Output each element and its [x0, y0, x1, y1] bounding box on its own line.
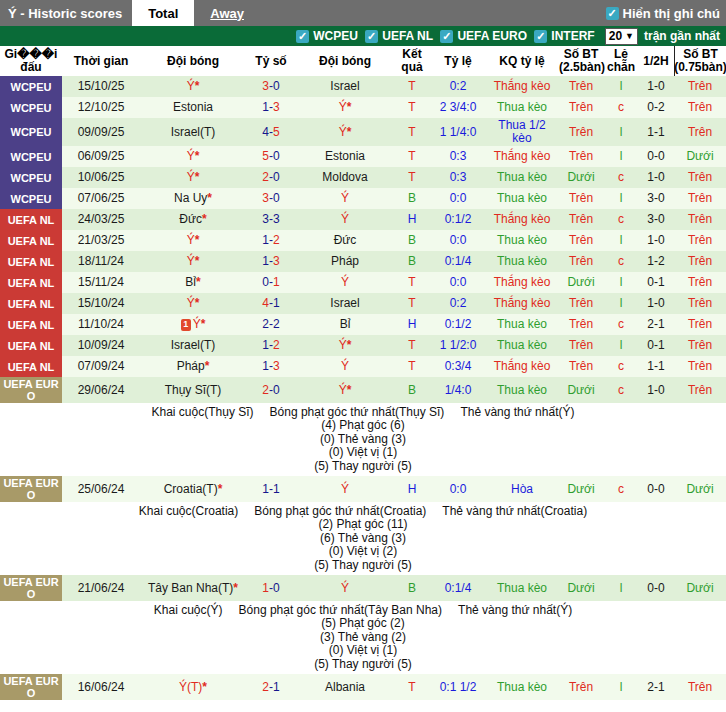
league-badge: UEFA NL	[0, 293, 62, 314]
team-name: Pháp	[296, 254, 394, 269]
team-name: Israel	[296, 79, 394, 94]
show-notes-checkbox[interactable]: ✓	[606, 7, 619, 20]
result-letter: B	[394, 254, 430, 269]
match-date: 24/03/25	[62, 212, 140, 227]
note-stat-line: (6) Thẻ vàng (3)	[0, 532, 726, 546]
table-row[interactable]: UEFA EURO25/06/24Croatia(T)*1-1ÝH0:0HòaD…	[0, 476, 726, 502]
team-name: Ý*	[140, 296, 246, 311]
handicap-result: Thua kèo	[486, 680, 558, 695]
handicap-rate: 0:3	[430, 149, 486, 164]
table-row[interactable]: WCPEU07/06/25Na Uy*3-0ÝB0:0Thua kèoTrênl…	[0, 188, 726, 209]
halftime-score: 1-0	[638, 233, 674, 248]
goals-over-under-075: Dưới	[674, 482, 726, 497]
table-row[interactable]: WCPEU12/10/25Estonia1-3Ý*T2 3/4:0Thua kè…	[0, 97, 726, 118]
score: 1-0	[246, 581, 296, 596]
team-name: Ý	[296, 212, 394, 227]
match-count-select[interactable]: 20 ▼	[605, 28, 638, 45]
checkbox-icon[interactable]: ✓	[440, 30, 453, 43]
match-date: 06/09/25	[62, 149, 140, 164]
note-stat-line: (3) Thẻ vàng (2)	[0, 631, 726, 645]
score: 2-0	[246, 170, 296, 185]
table-row[interactable]: WCPEU10/06/25Ý*2-0MoldovaT0:3Thua kèoDướ…	[0, 167, 726, 188]
match-date: 11/10/24	[62, 317, 140, 332]
match-date: 15/10/25	[62, 79, 140, 94]
goals-over-under-075: Trên	[674, 170, 726, 185]
match-note: Khai cuộc(Ý)Bóng phạt góc thứ nhất(Tây B…	[0, 601, 726, 674]
goals-over-under-25: Trên	[558, 79, 604, 94]
halftime-score: 2-1	[638, 680, 674, 695]
team-name: Ý*	[296, 383, 394, 398]
team-name: Ý*	[296, 125, 394, 140]
handicap-rate: 0:2	[430, 296, 486, 311]
checkbox-icon[interactable]: ✓	[296, 30, 309, 43]
match-count-suffix: trận gần nhất	[644, 29, 720, 43]
filter-wcpeu[interactable]: ✓WCPEU	[296, 29, 358, 43]
result-letter: T	[394, 149, 430, 164]
table-row[interactable]: WCPEU09/09/25Israel(T)4-5Ý*T1 1/4:0Thua …	[0, 118, 726, 146]
team-name: Ý*	[296, 338, 394, 353]
table-row[interactable]: UEFA NL24/03/25Đức*3-3ÝH0:1/2Thắng kèoTr…	[0, 209, 726, 230]
filter-uefa-nl[interactable]: ✓UEFA NL	[365, 29, 433, 43]
table-row[interactable]: UEFA NL15/10/24Ý*4-1IsraelT0:2Thắng kèoT…	[0, 293, 726, 314]
score: 1-2	[246, 233, 296, 248]
table-row[interactable]: UEFA EURO16/06/24Ý(T)*2-1AlbaniaT0:1 1/2…	[0, 674, 726, 700]
table-row[interactable]: UEFA NL10/09/24Israel(T)1-2Ý*T1 1/2:0Thu…	[0, 335, 726, 356]
team-name: Albania	[296, 680, 394, 695]
match-date: 21/03/25	[62, 233, 140, 248]
table-row[interactable]: UEFA EURO29/06/24Thụy Sĩ(T)2-0Ý*B1/4:0Th…	[0, 377, 726, 403]
table-row[interactable]: UEFA EURO21/06/24Tây Ban Nha(T)*1-0ÝB0:1…	[0, 575, 726, 601]
handicap-result: Thắng kèo	[486, 359, 558, 374]
league-badge: UEFA NL	[0, 251, 62, 272]
note-headline: Khai cuộc(Thụy Sĩ)Bóng phạt góc thứ nhất…	[0, 405, 726, 419]
table-row[interactable]: WCPEU06/09/25Ý*5-0EstoniaT0:3Thắng kèoTr…	[0, 146, 726, 167]
checkbox-icon[interactable]: ✓	[534, 30, 547, 43]
table-row[interactable]: UEFA NL18/11/24Ý*1-3PhápB0:1/4Thua kèoTr…	[0, 251, 726, 272]
filter-interf[interactable]: ✓INTERF	[534, 29, 594, 43]
table-row[interactable]: UEFA NL07/09/24Pháp*1-3ÝT0:3/4Thắng kèoT…	[0, 356, 726, 377]
star-marker: *	[347, 383, 352, 397]
odd-even: c	[604, 170, 638, 185]
handicap-rate: 0:1 1/2	[430, 680, 486, 695]
goals-over-under-075: Trên	[674, 359, 726, 374]
note-headline: Khai cuộc(Ý)Bóng phạt góc thứ nhất(Tây B…	[0, 603, 726, 617]
column-header-2: Đội bóng	[140, 54, 246, 69]
note-row: Khai cuộc(Thụy Sĩ)Bóng phạt góc thứ nhất…	[0, 403, 726, 476]
halftime-score: 3-0	[638, 191, 674, 206]
goals-over-under-25: Dưới	[558, 170, 604, 185]
column-header-4: Đội bóng	[296, 54, 394, 69]
table-row[interactable]: WCPEU15/10/25Ý*3-0IsraelT0:2Thắng kèoTrê…	[0, 76, 726, 97]
halftime-score: 1-0	[638, 170, 674, 185]
team-name: Ý	[296, 581, 394, 596]
goals-over-under-075: Trên	[674, 254, 726, 269]
tab-total[interactable]: Total	[132, 0, 194, 26]
halftime-score: 0-1	[638, 275, 674, 290]
star-marker: *	[195, 149, 200, 163]
odd-even: c	[604, 100, 638, 115]
tab-away[interactable]: Away	[194, 0, 260, 26]
column-header-3: Tỷ số	[246, 54, 296, 69]
score: 5-0	[246, 149, 296, 164]
note-stat-line: (5) Thay người (5)	[0, 559, 726, 573]
halftime-score: 1-0	[638, 296, 674, 311]
note-stat-line: (0) Việt vị (1)	[0, 644, 726, 658]
filter-uefa-euro[interactable]: ✓UEFA EURO	[440, 29, 527, 43]
table-row[interactable]: UEFA NL15/11/24Bỉ*0-1ÝT0:0Thắng kèoDướil…	[0, 272, 726, 293]
table-row[interactable]: UEFA NL21/03/25Ý*1-2ĐứcB0:0Thua kèoTrênl…	[0, 230, 726, 251]
checkbox-icon[interactable]: ✓	[365, 30, 378, 43]
goals-over-under-075: Trên	[674, 233, 726, 248]
score: 1-3	[246, 100, 296, 115]
score: 4-1	[246, 296, 296, 311]
note-row: Khai cuộc(Ý)Bóng phạt góc thứ nhất(Tây B…	[0, 601, 726, 674]
team-name: Israel(T)	[140, 338, 246, 353]
match-date: 29/06/24	[62, 383, 140, 398]
team-name: Bỉ	[296, 317, 394, 332]
team-name: Tây Ban Nha(T)*	[140, 581, 246, 596]
handicap-result: Thua kèo	[486, 581, 558, 596]
match-date: 16/06/24	[62, 680, 140, 695]
goals-over-under-25: Dưới	[558, 482, 604, 497]
odd-even: l	[604, 296, 638, 311]
goals-over-under-25: Trên	[558, 317, 604, 332]
handicap-rate: 0:3	[430, 170, 486, 185]
table-row[interactable]: UEFA NL11/10/241Ý*2-2BỉH0:1/2Thua kèoTrê…	[0, 314, 726, 335]
odd-even: l	[604, 680, 638, 695]
